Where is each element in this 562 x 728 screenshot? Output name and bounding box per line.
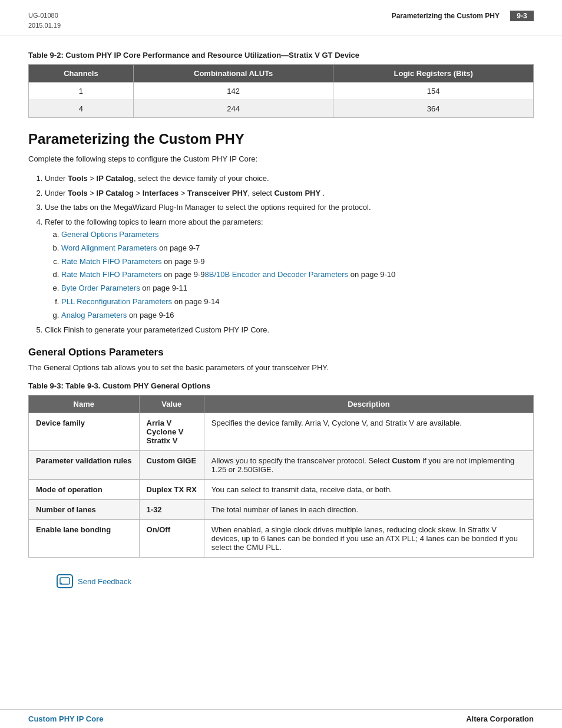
table-row: Enable lane bonding On/Off When enabled,… <box>29 520 534 558</box>
cell-value-1: Custom GIGE <box>139 451 204 480</box>
sub-item-c: Rate Match FIFO Parameters on page 9-9 <box>61 256 534 268</box>
steps-list: Under Tools > IP Catalog, select the dev… <box>45 173 534 337</box>
step-4: Refer to the following topics to learn m… <box>45 216 534 321</box>
page-container: UG-01080 2015.01.19 Parameterizing the C… <box>0 0 562 728</box>
sub-item-d: Rate Match FIFO Parameters on page 9-98B… <box>61 269 534 281</box>
cell-aluts-2: 244 <box>133 100 333 118</box>
table-row: Device family Arria VCyclone VStratix V … <box>29 413 534 451</box>
feedback-area: Send Feedback <box>28 568 534 597</box>
table1-col-registers: Logic Registers (Bits) <box>333 65 534 83</box>
bold-transceiver: Transceiver PHY <box>187 189 248 197</box>
cell-name-3: Number of lanes <box>29 500 140 520</box>
table2-col-value: Value <box>139 396 204 413</box>
link-rate-match-c[interactable]: Rate Match FIFO Parameters <box>61 257 162 266</box>
footer-left: Custom PHY IP Core <box>28 714 103 723</box>
bold-tools-2: Tools <box>68 189 88 197</box>
header-right: Parameterizing the Custom PHY 9-3 <box>392 11 534 21</box>
cell-desc-3: The total number of lanes in each direct… <box>204 500 533 520</box>
cell-desc-2: You can select to transmit data, receive… <box>204 480 533 500</box>
doc-info: UG-01080 2015.01.19 <box>28 11 61 30</box>
link-rate-match-d[interactable]: Rate Match FIFO Parameters <box>61 270 162 279</box>
bold-ipcatalog-1: IP Catalog <box>97 174 134 183</box>
sub-item-f: PLL Reconfiguration Parameters on page 9… <box>61 296 534 308</box>
table2: Name Value Description Device family Arr… <box>28 395 534 558</box>
sub-item-e: Byte Order Parameters on page 9-11 <box>61 282 534 295</box>
table-row: Number of lanes 1-32 The total number of… <box>29 500 534 520</box>
cell-name-0: Device family <box>29 413 140 451</box>
sub-item-g: Analog Parameters on page 9-16 <box>61 309 534 322</box>
table-row: 1 142 154 <box>29 83 534 100</box>
step-3: Use the tabs on the MegaWizard Plug-In M… <box>45 202 534 214</box>
doc-date: 2015.01.19 <box>28 21 61 31</box>
step-1: Under Tools > IP Catalog, select the dev… <box>45 173 534 185</box>
cell-name-4: Enable lane bonding <box>29 520 140 558</box>
feedback-icon <box>57 574 73 588</box>
page-header: UG-01080 2015.01.19 Parameterizing the C… <box>0 0 562 35</box>
link-word-alignment[interactable]: Word Alignment Parameters <box>61 243 157 252</box>
footer-right: Altera Corporation <box>466 714 534 723</box>
page-footer: Custom PHY IP Core Altera Corporation <box>0 709 562 728</box>
link-pll-reconfig[interactable]: PLL Reconfiguration Parameters <box>61 297 172 306</box>
cell-aluts-1: 142 <box>133 83 333 100</box>
gen-options-intro: The General Options tab allows you to se… <box>28 362 534 374</box>
link-8b10b[interactable]: 8B/10B Encoder and Decoder Parameters <box>205 270 349 279</box>
table1: Channels Combinational ALUTs Logic Regis… <box>28 64 534 118</box>
intro-text: Complete the following steps to configur… <box>28 153 534 166</box>
cell-desc-1: Allows you to specify the transceiver pr… <box>204 451 533 480</box>
cell-value-0: Arria VCyclone VStratix V <box>139 413 204 451</box>
sub-item-b: Word Alignment Parameters on page 9-7 <box>61 242 534 255</box>
table-row: Mode of operation Duplex TX RX You can s… <box>29 480 534 500</box>
sub-item-a: General Options Parameters <box>61 229 534 241</box>
cell-registers-2: 364 <box>333 100 534 118</box>
step-5: Click Finish to generate your parameteri… <box>45 324 534 337</box>
bold-tools-1: Tools <box>68 174 88 183</box>
table1-col-channels: Channels <box>29 65 134 83</box>
table-row: 4 244 364 <box>29 100 534 118</box>
bold-customphy: Custom PHY <box>274 189 320 197</box>
feedback-link[interactable]: Send Feedback <box>78 577 131 586</box>
link-analog[interactable]: Analog Parameters <box>61 311 127 319</box>
cell-channels-2: 4 <box>29 100 134 118</box>
cell-desc-0: Specifies the device family. Arria V, Cy… <box>204 413 533 451</box>
table-row: Parameter validation rules Custom GIGE A… <box>29 451 534 480</box>
cell-desc-4: When enabled, a single clock drives mult… <box>204 520 533 558</box>
main-heading: Parameterizing the Custom PHY <box>28 131 534 147</box>
cell-value-3: 1-32 <box>139 500 204 520</box>
link-byte-order[interactable]: Byte Order Parameters <box>61 284 140 292</box>
gen-options-heading: General Options Parameters <box>28 347 534 358</box>
table2-col-name: Name <box>29 396 140 413</box>
bold-ipcatalog-2: IP Catalog <box>97 189 134 197</box>
doc-id: UG-01080 <box>28 11 61 21</box>
table2-title: Table 9-3: Table 9-3. Custom PHY General… <box>28 381 534 390</box>
section-title: Parameterizing the Custom PHY <box>392 12 500 20</box>
step-2: Under Tools > IP Catalog > Interfaces > … <box>45 187 534 200</box>
page-number: 9-3 <box>510 11 534 21</box>
main-content: Table 9-2: Custom PHY IP Core Performanc… <box>0 35 562 614</box>
cell-name-1: Parameter validation rules <box>29 451 140 480</box>
cell-channels-1: 1 <box>29 83 134 100</box>
sub-list: General Options Parameters Word Alignmen… <box>61 229 534 322</box>
link-general-options[interactable]: General Options Parameters <box>61 230 158 239</box>
bold-interfaces: Interfaces <box>143 189 178 197</box>
table1-col-aluts: Combinational ALUTs <box>133 65 333 83</box>
cell-value-2: Duplex TX RX <box>139 480 204 500</box>
cell-value-4: On/Off <box>139 520 204 558</box>
cell-name-2: Mode of operation <box>29 480 140 500</box>
table2-col-desc: Description <box>204 396 533 413</box>
bold-custom: Custom <box>392 456 420 465</box>
cell-registers-1: 154 <box>333 83 534 100</box>
table1-title: Table 9-2: Custom PHY IP Core Performanc… <box>28 51 534 60</box>
